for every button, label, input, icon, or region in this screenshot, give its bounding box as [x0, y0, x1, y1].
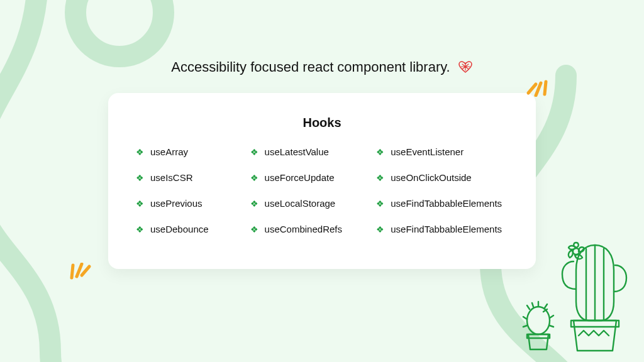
svg-point-0	[75, 0, 164, 57]
hook-item[interactable]: ❖useForceUpdate	[250, 172, 370, 183]
hook-item[interactable]: ❖useFindTabbableElements	[376, 224, 508, 234]
hook-label: useDebounce	[150, 224, 209, 234]
hook-label: useCombinedRefs	[265, 224, 342, 234]
hooks-column: ❖useArray ❖useIsCSR ❖usePrevious ❖useDeb…	[136, 146, 244, 234]
hook-item[interactable]: ❖useLatestValue	[250, 146, 370, 157]
diamond-bullet-icon: ❖	[376, 199, 384, 208]
hook-label: usePrevious	[150, 198, 203, 209]
hook-label: useEventListener	[391, 146, 464, 157]
hook-item[interactable]: ❖useDebounce	[136, 224, 244, 234]
hook-item[interactable]: ❖useEventListener	[376, 146, 508, 157]
svg-point-8	[527, 307, 550, 334]
spark-icon	[63, 263, 93, 290]
heart-icon	[458, 60, 473, 75]
hook-item[interactable]: ❖usePrevious	[136, 198, 244, 209]
hook-label: useLatestValue	[265, 146, 329, 157]
hooks-column: ❖useEventListener ❖useOnClickOutside ❖us…	[376, 146, 508, 234]
hook-label: useArray	[150, 146, 188, 157]
cactus-icon	[513, 226, 633, 358]
diamond-bullet-icon: ❖	[376, 225, 384, 234]
diamond-bullet-icon: ❖	[376, 173, 384, 182]
diamond-bullet-icon: ❖	[376, 148, 384, 156]
diamond-bullet-icon: ❖	[136, 148, 144, 156]
page-headline: Accessibility focused react component li…	[171, 59, 450, 75]
svg-line-1	[528, 84, 536, 93]
hook-item[interactable]: ❖useLocalStorage	[250, 198, 370, 209]
diamond-bullet-icon: ❖	[136, 225, 144, 234]
hook-label: useFindTabbableElements	[391, 198, 502, 209]
hook-label: useIsCSR	[150, 172, 193, 183]
svg-line-6	[72, 265, 73, 278]
hooks-card: Hooks ❖useArray ❖useIsCSR ❖usePrevious ❖…	[108, 93, 536, 269]
diamond-bullet-icon: ❖	[136, 199, 144, 208]
diamond-bullet-icon: ❖	[250, 173, 258, 182]
diamond-bullet-icon: ❖	[250, 148, 258, 156]
hooks-column: ❖useLatestValue ❖useForceUpdate ❖useLoca…	[250, 146, 370, 234]
diamond-bullet-icon: ❖	[250, 199, 258, 208]
hook-label: useLocalStorage	[265, 198, 336, 209]
svg-line-4	[82, 266, 89, 275]
svg-line-3	[545, 82, 546, 94]
hook-item[interactable]: ❖useCombinedRefs	[250, 224, 370, 234]
diamond-bullet-icon: ❖	[136, 173, 144, 182]
hook-label: useOnClickOutside	[391, 172, 471, 183]
hook-label: useForceUpdate	[265, 172, 335, 183]
hook-item[interactable]: ❖useIsCSR	[136, 172, 244, 183]
diamond-bullet-icon: ❖	[250, 225, 258, 234]
hooks-columns: ❖useArray ❖useIsCSR ❖usePrevious ❖useDeb…	[136, 146, 508, 234]
hook-item[interactable]: ❖useFindTabbableElements	[376, 198, 508, 209]
hook-item[interactable]: ❖useArray	[136, 146, 244, 157]
spark-icon	[525, 69, 555, 97]
card-title: Hooks	[136, 116, 508, 130]
hook-item[interactable]: ❖useOnClickOutside	[376, 172, 508, 183]
hook-label: useFindTabbableElements	[391, 224, 502, 234]
